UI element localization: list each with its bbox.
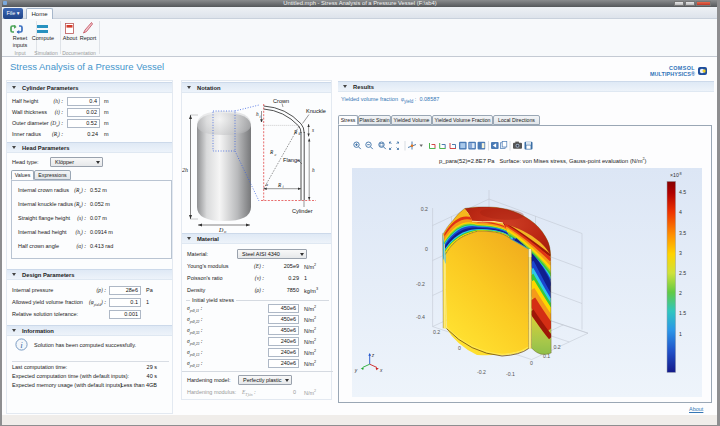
svg-text:8: 8 <box>680 171 682 175</box>
svg-text:-0.1: -0.1 <box>506 370 515 376</box>
svg-text:Knuckle: Knuckle <box>306 108 326 114</box>
svg-text:R: R <box>277 182 282 188</box>
svg-text:i: i <box>283 184 284 189</box>
svg-text:R: R <box>269 149 274 155</box>
svg-text:Cylinder: Cylinder <box>292 208 313 214</box>
svg-text:-0.4: -0.4 <box>416 314 425 320</box>
svg-text:3: 3 <box>679 249 682 255</box>
svg-text:2h: 2h <box>182 167 188 173</box>
svg-text:2: 2 <box>679 290 682 296</box>
svg-text:4.5: 4.5 <box>679 189 686 195</box>
svg-text:MULTIPHYSICS®: MULTIPHYSICS® <box>650 71 695 77</box>
svg-text:0: 0 <box>530 359 533 365</box>
svg-text:c: c <box>275 152 277 157</box>
svg-text:s: s <box>312 127 314 133</box>
svg-text:×10: ×10 <box>670 172 679 178</box>
svg-text:1: 1 <box>679 330 682 336</box>
svg-text:0.2: 0.2 <box>554 343 561 349</box>
svg-text:Crown: Crown <box>273 98 289 104</box>
svg-text:2.5: 2.5 <box>679 270 686 276</box>
svg-text:Flange: Flange <box>283 157 300 163</box>
svg-text:3.5: 3.5 <box>679 229 686 235</box>
svg-text:1.5: 1.5 <box>679 310 686 316</box>
svg-text:x: x <box>379 367 383 372</box>
svg-text:i: i <box>260 114 261 119</box>
svg-text:y: y <box>354 367 358 372</box>
svg-text:0: 0 <box>425 246 428 252</box>
svg-text:0.2: 0.2 <box>433 329 440 335</box>
svg-text:-0.2: -0.2 <box>416 281 425 287</box>
svg-text:4: 4 <box>679 209 682 215</box>
svg-text:0.2: 0.2 <box>421 206 428 212</box>
svg-text:-0.2: -0.2 <box>477 368 486 374</box>
svg-text:α: α <box>266 182 269 187</box>
svg-text:k: k <box>299 131 301 136</box>
svg-text:z: z <box>371 352 375 357</box>
svg-text:h: h <box>312 167 315 173</box>
svg-text:0: 0 <box>458 345 461 351</box>
